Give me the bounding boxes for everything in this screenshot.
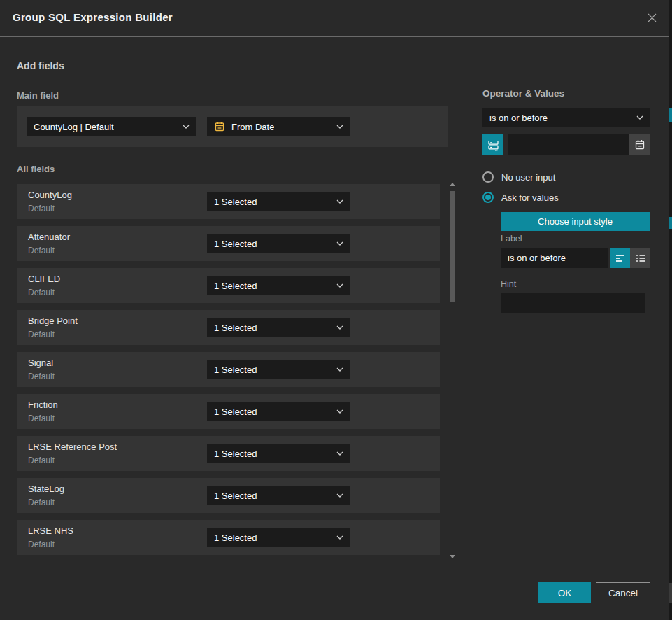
background-fragment <box>669 108 672 122</box>
single-line-input-style-button[interactable] <box>610 248 630 268</box>
chevron-down-icon <box>336 451 343 456</box>
field-selection-dropdown[interactable]: 1 Selected <box>207 234 350 253</box>
operator-dropdown-value: is on or before <box>489 113 548 123</box>
field-row: LRSE Reference Post Default 1 Selected <box>17 436 440 471</box>
list-input-style-button[interactable] <box>630 248 650 268</box>
label-caption: Label <box>501 234 522 244</box>
chevron-down-icon <box>183 125 190 129</box>
label-input[interactable] <box>501 248 608 268</box>
background-fragment <box>669 217 672 229</box>
field-selection-dropdown[interactable]: 1 Selected <box>207 444 350 463</box>
field-selection-dropdown[interactable]: 1 Selected <box>207 402 350 421</box>
cancel-button[interactable]: Cancel <box>596 582 650 603</box>
field-selection-dropdown[interactable]: 1 Selected <box>207 276 350 295</box>
ok-button[interactable]: OK <box>538 582 591 603</box>
field-name: Friction <box>28 400 58 410</box>
field-selection-value: 1 Selected <box>214 197 257 207</box>
field-row: CountyLog Default 1 Selected <box>17 184 440 219</box>
field-layer-sublabel: Default <box>28 498 55 507</box>
calendar-icon <box>214 121 225 132</box>
radio-ask-for-values-label: Ask for values <box>501 192 559 203</box>
field-layer-sublabel: Default <box>28 204 55 213</box>
field-selection-value: 1 Selected <box>214 365 257 375</box>
scroll-up-arrow-icon[interactable] <box>450 183 455 186</box>
main-field-dropdown-value: From Date <box>231 122 274 132</box>
chevron-down-icon <box>636 115 643 120</box>
stacked-values-icon <box>487 139 500 152</box>
main-field-heading: Main field <box>17 90 59 101</box>
radio-no-user-input[interactable]: No user input <box>482 171 555 183</box>
field-selection-value: 1 Selected <box>214 323 257 333</box>
unique-values-button[interactable] <box>482 134 503 155</box>
background-app-edge <box>669 0 672 620</box>
field-selection-dropdown[interactable]: 1 Selected <box>207 318 350 337</box>
chevron-down-icon <box>336 367 343 372</box>
field-name: CountyLog <box>28 190 72 200</box>
field-name: LRSE NHS <box>28 526 73 536</box>
field-selection-dropdown[interactable]: 1 Selected <box>207 486 350 505</box>
close-icon <box>647 13 657 23</box>
all-fields-scrollbar[interactable] <box>448 180 456 561</box>
radio-selected-icon <box>482 192 494 203</box>
field-row: Attenuator Default 1 Selected <box>17 226 440 261</box>
field-selection-value: 1 Selected <box>214 281 257 291</box>
operator-dropdown[interactable]: is on or before <box>482 108 650 127</box>
field-name: Signal <box>28 358 53 368</box>
main-layer-dropdown[interactable]: CountyLog | Default <box>27 117 196 136</box>
field-layer-sublabel: Default <box>28 456 55 465</box>
field-layer-sublabel: Default <box>28 246 55 255</box>
bullet-list-icon <box>635 253 646 263</box>
align-left-icon <box>615 253 626 263</box>
date-value-input[interactable] <box>508 134 629 155</box>
field-row: Signal Default 1 Selected <box>17 352 440 387</box>
chevron-down-icon <box>336 409 343 414</box>
scroll-down-arrow-icon[interactable] <box>450 555 455 558</box>
field-name: CLIFED <box>28 274 60 284</box>
field-name: Attenuator <box>28 232 70 242</box>
dialog-title: Group SQL Expression Builder <box>13 11 173 23</box>
radio-unselected-icon <box>482 171 494 183</box>
hint-caption: Hint <box>501 279 516 289</box>
close-button[interactable] <box>643 9 660 26</box>
chevron-down-icon <box>336 125 343 129</box>
field-selection-dropdown[interactable]: 1 Selected <box>207 528 350 547</box>
field-layer-sublabel: Default <box>28 288 55 297</box>
field-layer-sublabel: Default <box>28 330 55 339</box>
chevron-down-icon <box>336 493 343 498</box>
scrollbar-thumb[interactable] <box>450 191 455 302</box>
panel-divider <box>466 83 466 561</box>
field-selection-dropdown[interactable]: 1 Selected <box>207 360 350 379</box>
field-row: StateLog Default 1 Selected <box>17 478 440 513</box>
field-selection-value: 1 Selected <box>214 533 257 543</box>
operator-values-heading: Operator & Values <box>482 88 564 99</box>
field-selection-value: 1 Selected <box>214 239 257 249</box>
chevron-down-icon <box>336 283 343 288</box>
choose-input-style-button[interactable]: Choose input style <box>501 212 650 231</box>
main-layer-dropdown-value: CountyLog | Default <box>34 122 114 132</box>
field-name: StateLog <box>28 484 64 494</box>
chevron-down-icon <box>336 241 343 246</box>
calendar-icon <box>634 139 645 150</box>
all-fields-heading: All fields <box>17 164 55 174</box>
field-selection-dropdown[interactable]: 1 Selected <box>207 192 350 211</box>
all-fields-list: CountyLog Default 1 Selected Attenuator … <box>17 184 440 562</box>
radio-ask-for-values[interactable]: Ask for values <box>482 192 559 203</box>
field-row: Friction Default 1 Selected <box>17 394 440 429</box>
chevron-down-icon <box>336 325 343 330</box>
field-layer-sublabel: Default <box>28 540 55 549</box>
chevron-down-icon <box>336 199 343 204</box>
field-selection-value: 1 Selected <box>214 491 257 501</box>
field-selection-value: 1 Selected <box>214 449 257 459</box>
field-row: LRSE NHS Default 1 Selected <box>17 520 440 555</box>
date-picker-button[interactable] <box>629 134 650 155</box>
group-sql-expression-builder-dialog: Group SQL Expression Builder Add fields … <box>0 0 669 620</box>
hint-input[interactable] <box>501 293 645 313</box>
main-field-dropdown[interactable]: From Date <box>207 117 350 136</box>
field-name: LRSE Reference Post <box>28 442 117 452</box>
dialog-titlebar: Group SQL Expression Builder <box>0 0 669 37</box>
main-field-panel: CountyLog | Default From Date <box>17 106 448 147</box>
chevron-down-icon <box>336 535 343 540</box>
background-fragment <box>669 583 672 603</box>
field-row: Bridge Point Default 1 Selected <box>17 310 440 345</box>
field-layer-sublabel: Default <box>28 414 55 423</box>
